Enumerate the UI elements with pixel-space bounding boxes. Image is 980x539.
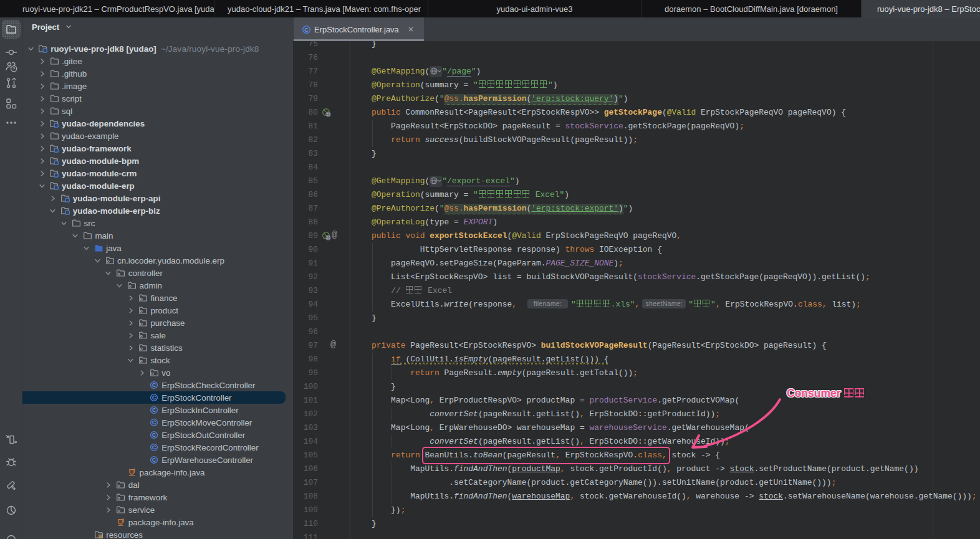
svg-text:C: C — [304, 26, 309, 32]
svg-text:C: C — [152, 407, 156, 413]
svg-text:C: C — [152, 394, 156, 401]
svg-text:?: ? — [12, 66, 15, 72]
svg-text:C: C — [152, 382, 156, 388]
svg-text:C: C — [152, 432, 156, 438]
svg-text:C: C — [152, 419, 156, 426]
svg-text:C: C — [152, 444, 156, 451]
svg-text:C: C — [152, 457, 156, 463]
